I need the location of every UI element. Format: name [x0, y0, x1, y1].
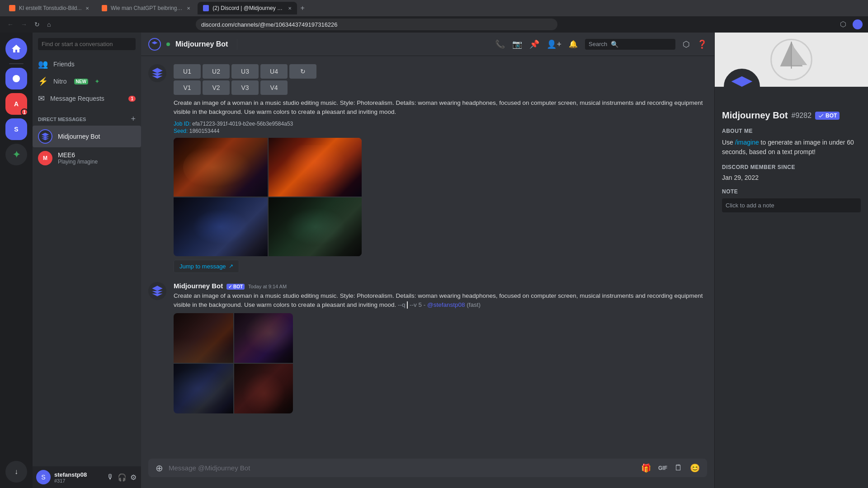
server-icon-4[interactable]: ✦ — [5, 144, 27, 165]
help-icon[interactable]: ❓ — [697, 39, 707, 49]
download-server-icon[interactable]: ↓ — [5, 461, 27, 483]
home-button[interactable]: ⌂ — [45, 19, 52, 30]
reload-button[interactable]: ↻ — [33, 19, 42, 30]
nitro-new-badge: NEW — [74, 79, 88, 84]
msg2-suffix-pre: --q — [398, 301, 407, 308]
server-divider — [9, 63, 24, 64]
msg2-header: Midjourney Bot ✓ BOT Today at 9:14 AM — [174, 282, 707, 290]
user-discriminator: #317 — [54, 478, 87, 483]
jump-to-message-button[interactable]: Jump to message ↗ — [174, 260, 239, 273]
profile-section-note: NOTE Click to add a note — [722, 188, 861, 212]
search-bar[interactable]: Search 🔍 — [585, 39, 675, 50]
profile-banner — [715, 33, 868, 87]
chat-header-avatar — [148, 38, 161, 51]
u1-button[interactable]: U1 — [174, 64, 201, 79]
header-actions: 📞 📷 📌 👤+ 🔔 Search 🔍 ⬡ ❓ — [495, 39, 707, 50]
server-icon-3[interactable]: S — [5, 118, 27, 140]
deafen-button[interactable]: 🎧 — [117, 472, 127, 483]
profile-bot-label: BOT — [826, 113, 837, 119]
new-tab-button[interactable]: + — [299, 4, 307, 12]
call-icon[interactable]: 📞 — [495, 39, 505, 49]
profile-section-about: ABOUT ME Use /imagine to generate an ima… — [722, 128, 861, 157]
user-actions: 🎙 🎧 ⚙ — [106, 472, 137, 483]
sidebar-item-message-requests[interactable]: ✉ Message Requests 1 — [33, 90, 141, 107]
job-id-label: Job ID: — [174, 121, 192, 127]
username: stefanstp08 — [54, 471, 87, 478]
msg1-meta: Job ID: efa71223-391f-4019-b2ee-56b3e958… — [174, 121, 707, 127]
chat-input-area: ⊕ 🎁 GIF 🗒 😊 — [141, 459, 714, 488]
note-title: NOTE — [722, 188, 861, 195]
chat-area: Midjourney Bot 📞 📷 📌 👤+ 🔔 Search 🔍 ⬡ ❓ — [141, 33, 714, 488]
mee6-info: MEE6 Playing /imagine — [58, 151, 98, 165]
sidebar-item-friends[interactable]: 👥 Friends — [33, 56, 141, 73]
profile-bot-name: Midjourney Bot — [722, 110, 788, 121]
back-button[interactable]: ← — [5, 19, 15, 30]
sticker-button[interactable]: 🗒 — [673, 461, 684, 474]
dm-search-area — [33, 33, 141, 56]
v2-button[interactable]: V2 — [203, 80, 230, 95]
user-avatar: S — [36, 470, 51, 484]
u4-button[interactable]: U4 — [260, 64, 288, 79]
dm-item-midjourney[interactable]: Midjourney Bot — [33, 126, 141, 147]
tab2-favicon — [102, 5, 107, 11]
midjourney-avatar — [38, 129, 52, 144]
add-attachment-button[interactable]: ⊕ — [154, 459, 165, 477]
tab3-close[interactable]: ✕ — [288, 6, 292, 11]
messages-container: U1 U2 U3 U4 ↻ V1 V2 V3 V4 Create an imag… — [141, 56, 714, 459]
msg2-avatar — [148, 282, 166, 300]
msg2-image-4 — [234, 364, 293, 413]
u3-button[interactable]: U3 — [231, 64, 259, 79]
note-input[interactable]: Click to add a note — [722, 198, 861, 212]
popout-icon[interactable]: ⬡ — [683, 39, 690, 49]
profile-discriminator: #9282 — [792, 112, 812, 120]
server-list: A 1 S ✦ ↓ — [0, 33, 33, 488]
tab3-title: (2) Discord | @Midjourney Bot — [212, 5, 284, 11]
member-since-date: Jan 29, 2022 — [722, 174, 861, 181]
msg2-content: Create an image of a woman in a music st… — [174, 291, 707, 310]
server-icon-1[interactable] — [5, 68, 27, 89]
settings-button[interactable]: ⚙ — [129, 472, 137, 483]
home-server-icon[interactable] — [5, 38, 27, 60]
v-buttons-row: V1 V2 V3 V4 — [174, 80, 707, 95]
inbox-icon[interactable]: 🔔 — [569, 40, 578, 48]
v4-button[interactable]: V4 — [260, 80, 288, 95]
server-icon-2[interactable]: A 1 — [5, 93, 27, 115]
msg2-mention: @stefanstp08 — [427, 301, 465, 308]
tab-2[interactable]: Wie man ChatGPT beibringt, be... ✕ — [96, 2, 196, 14]
tab-3[interactable]: (2) Discord | @Midjourney Bot ✕ — [198, 2, 297, 14]
video-icon[interactable]: 📷 — [512, 39, 522, 49]
pin-icon[interactable]: 📌 — [529, 39, 539, 49]
address-bar[interactable]: discord.com/channels/@me/106344374919731… — [196, 19, 557, 30]
seed-value: 1860153444 — [189, 128, 220, 134]
mute-button[interactable]: 🎙 — [106, 472, 115, 483]
refresh-button[interactable]: ↻ — [289, 64, 316, 79]
tab1-close[interactable]: ✕ — [85, 6, 89, 11]
gift-button[interactable]: 🎁 — [639, 461, 653, 475]
sidebar-item-nitro[interactable]: ⚡ Nitro NEW ✦ — [33, 73, 141, 90]
forward-button[interactable]: → — [19, 19, 29, 30]
tab2-close[interactable]: ✕ — [187, 6, 190, 11]
tab-1[interactable]: KI erstellt Tonstudio-Bild... ✕ — [4, 2, 94, 14]
u2-button[interactable]: U2 — [203, 64, 230, 79]
seed-colon: : — [186, 128, 189, 134]
chat-input[interactable] — [165, 459, 639, 477]
add-dm-icon[interactable]: + — [131, 114, 136, 124]
profile-body: Midjourney Bot #9282 BOT ABOUT ME Use /i… — [715, 87, 868, 220]
image-2 — [269, 138, 362, 197]
about-me-link[interactable]: /imagine — [735, 139, 759, 146]
profile-icon — [853, 19, 863, 29]
gif-button[interactable]: GIF — [656, 463, 669, 473]
tab2-title: Wie man ChatGPT beibringt, be... — [111, 5, 183, 11]
image-3 — [174, 197, 268, 256]
add-member-icon[interactable]: 👤+ — [547, 39, 561, 49]
dm-item-mee6[interactable]: M MEE6 Playing /imagine — [33, 147, 141, 169]
msg2-bot-tag: ✓ BOT — [226, 284, 245, 290]
midjourney-name: Midjourney Bot — [58, 133, 100, 140]
nav-actions: ⬡ — [840, 19, 863, 29]
message-requests-count: 1 — [128, 96, 136, 102]
v1-button[interactable]: V1 — [174, 80, 201, 95]
v3-button[interactable]: V3 — [231, 80, 259, 95]
msg1-text: Create an image of a woman in a music st… — [174, 99, 703, 115]
dm-search-input[interactable] — [38, 38, 136, 50]
emoji-button[interactable]: 😊 — [688, 461, 702, 475]
